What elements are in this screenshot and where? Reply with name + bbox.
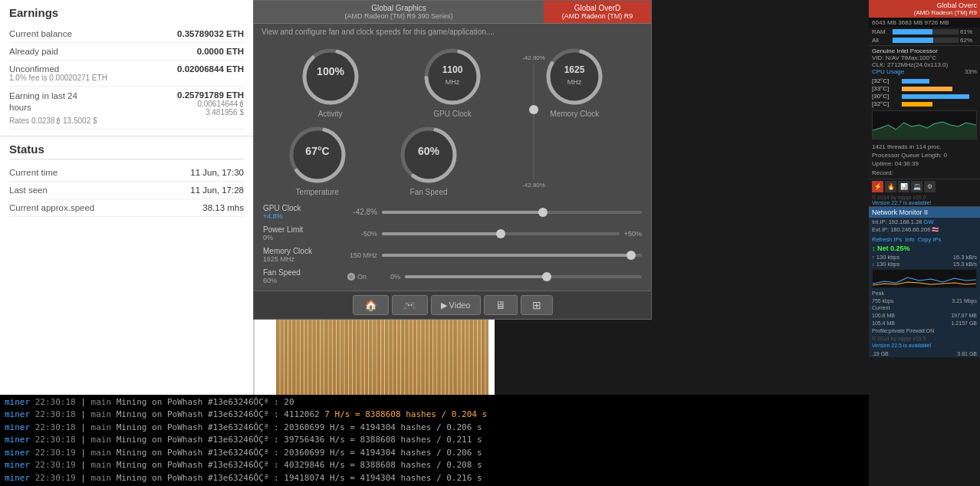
terminal-line-4: miner 22:30:19 | main Mining on PoWhash … (5, 447, 864, 460)
gpu-clock-value: +4.8% (263, 212, 347, 220)
fan-speed-gauge: 60% Fan Speed (398, 124, 459, 196)
fan-speed-track[interactable] (405, 275, 642, 278)
core-row-2: [30°C] (872, 93, 977, 100)
gpu-config-subtext: View and configure fan and clock speeds … (254, 24, 651, 40)
terminal-line-1: miner 22:30:18 | main Mining on PoWhash … (5, 409, 864, 422)
gpu-clock-slider-label: GPU Clock (263, 204, 347, 212)
memory-clock-left: 150 MHz (347, 251, 382, 259)
earning-btc: 0.00614644 ₿ (177, 100, 244, 108)
power-limit-track[interactable] (382, 232, 620, 235)
net-monitor-header: Network Monitor II (869, 207, 980, 218)
gpu-clock-pct: -42.8% (347, 208, 382, 216)
network-monitor: Network Monitor II Int.IP: 192.168.1.28 … (869, 206, 980, 357)
right-system-monitor: Global Overc (AMD Radeon (TM) R9 6043 MB… (869, 0, 980, 486)
approx-speed-label: Current approx.speed (9, 203, 94, 212)
fan-toggle-dot[interactable] (347, 273, 355, 281)
cpu-vid: VID: N/AV TiMax:100°C (872, 54, 977, 61)
memory-clock-track[interactable] (382, 254, 642, 257)
unconfirmed-row: Unconfirmed 0.02006844 ETH 1.0% fee is 0… (9, 61, 244, 87)
core-1-bar (902, 87, 952, 91)
activity-label: Activity (318, 110, 343, 118)
core-0-temp: [32°C] (872, 77, 901, 84)
ram-bar-row: RAM 61% (869, 28, 980, 36)
current-balance-label: Current balance (9, 29, 72, 38)
nav-home-btn[interactable]: 🏠 (353, 295, 389, 315)
ram-fill (893, 29, 932, 34)
cpu-usage-pct: 33% (965, 68, 977, 75)
memory-clock-slider-row: Memory Clock 1625 MHz 150 MHz (263, 247, 642, 263)
sys-icon-5[interactable]: ⚙ (924, 181, 936, 192)
rates: Rates 0.0238 ₿ 13.5002 $ (9, 117, 244, 125)
ram-track (893, 29, 959, 34)
temperature-label: Temperature (296, 188, 339, 196)
core-2-temp: [30°C] (872, 93, 901, 100)
unconfirmed-value: 0.02006844 ETH (177, 64, 244, 74)
net-transfer: ↑ 130 kbps 16.3 kB/s ↓ 130 kbps 15.3 kB/… (869, 253, 980, 268)
fan-speed-slider-label: Fan Speed (263, 268, 347, 277)
terminal-line-3: miner 22:30:18 | main Mining on PoWhash … (5, 434, 864, 447)
gpu-clock-label: GPU Clock (433, 110, 471, 118)
all-pct: 62% (960, 37, 977, 44)
net-speed: ↕ Net 0.25% (869, 244, 980, 253)
terminal-line-2: miner 22:30:18 | main Mining on PoWhash … (5, 422, 864, 435)
core-3-bar (902, 102, 932, 107)
sys-icon-4[interactable]: 💻 (911, 181, 922, 192)
fan-speed-slider-row: Fan Speed 60% On 0% (263, 268, 642, 284)
core-row-0: [32°C] (872, 77, 977, 84)
sys-icon-1[interactable]: ⚡ (872, 181, 883, 192)
gpu-clock-track[interactable] (382, 211, 642, 214)
terminal-line-0: miner 22:30:18 | main Mining on PoWhash … (5, 396, 864, 409)
svg-text:MHz: MHz (446, 78, 460, 86)
unconfirmed-label: Unconfirmed (9, 64, 59, 74)
current-balance-value: 0.35789032 ETH (177, 29, 244, 38)
earning-eth: 0.25791789 ETH (177, 90, 244, 100)
net-monitor-title: Network Monitor II (872, 209, 928, 216)
all-bar-row: All 62% (869, 36, 980, 44)
memory-clock-label: Memory Clock (550, 110, 599, 118)
sys-version: Version 22.7 is available! (872, 200, 977, 205)
gpu-clock-gauge: 1100 MHz GPU Clock (422, 46, 483, 118)
memory-info: 6043 MB 3683 MB 9726 MB (869, 18, 980, 28)
all-track (893, 38, 959, 43)
approx-speed-value: 38.13 mhs (202, 203, 244, 212)
net-actions: Refresh IPs Info Copy IPs (869, 235, 980, 244)
power-limit-label: Power Limit (263, 225, 347, 234)
fan-speed-slider-value: 60% (263, 277, 347, 284)
net-ips: Int.IP: 192.168.1.28 GW Ext.IP: 180.246.… (869, 218, 980, 235)
fan-toggle-label: On (357, 273, 367, 281)
gpu-override-header: Global OverD (AMD Radeon (TM) R9 (544, 1, 651, 23)
power-limit-value: 0% (263, 234, 347, 241)
already-paid-row: Already paid 0.0000 ETH (9, 43, 244, 61)
gpu-clock-slider-row: GPU Clock +4.8% -42.8% (263, 204, 642, 220)
core-row-3: [32°C] (872, 100, 977, 107)
status-section: Status Current time 11 Jun, 17:30 Last s… (0, 136, 253, 223)
current-time-row: Current time 11 Jun, 17:30 (9, 164, 244, 182)
nav-multi-btn[interactable]: ⊞ (521, 295, 553, 315)
nav-monitor-btn[interactable]: 🖥 (484, 295, 518, 315)
net-footer: .19 GB 3.81 GB (869, 350, 980, 357)
activity-gauge-circle: 100% (300, 46, 361, 107)
ram-label: RAM (872, 28, 891, 35)
ram-pct: 61% (960, 28, 977, 35)
status-title: Status (9, 143, 244, 159)
nav-game-btn[interactable]: 🎮 (392, 295, 428, 315)
nav-video-btn[interactable]: ▶ Video (431, 295, 481, 315)
sys-icon-2[interactable]: 🔥 (885, 181, 896, 192)
gpu-config-title: Global Graphics (AMD Radeon (TM) R9 390 … (254, 1, 544, 23)
svg-text:60%: 60% (418, 145, 440, 157)
svg-text:67°C: 67°C (305, 145, 329, 157)
core-2-bar (902, 94, 969, 99)
svg-text:1625: 1625 (564, 64, 585, 75)
current-time-value: 11 Jun, 17:30 (190, 168, 244, 177)
refresh-ips-link[interactable]: Refresh IPs (872, 236, 902, 243)
cpu-info: Genuine Intel Processor VID: N/AV TiMax:… (869, 45, 980, 77)
copy-ips-link[interactable]: Copy IPs (918, 236, 941, 243)
threads-info: 1421 threads in 114 proc. Processor Queu… (869, 141, 980, 179)
term-time-0: miner (5, 397, 30, 407)
all-fill (893, 38, 933, 43)
unconfirmed-fee: 1.0% fee is 0.00020271 ETH (9, 74, 244, 82)
svg-text:1100: 1100 (442, 64, 463, 75)
info-link[interactable]: Info (905, 236, 915, 243)
sys-icon-3[interactable]: 📊 (898, 181, 909, 192)
core-1-temp: [33°C] (872, 85, 901, 92)
